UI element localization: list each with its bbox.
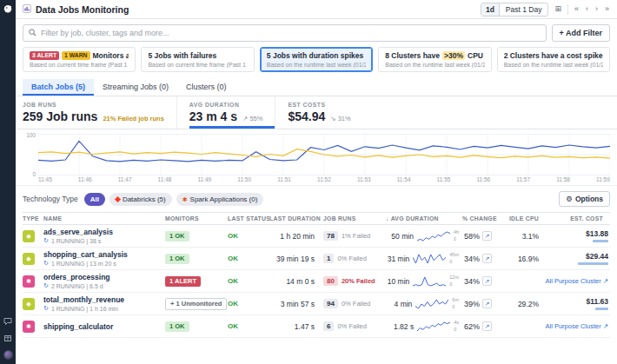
x-axis-tick: 11:52	[317, 176, 331, 182]
last-page-icon[interactable]: »	[604, 5, 610, 13]
card-cpu-usage[interactable]: 8 Clusters have >30% CPU usage Based on …	[378, 47, 491, 72]
job-name-link[interactable]: ads_serve_analysis	[43, 228, 162, 236]
view-toggle-icon[interactable]: ⊞	[554, 5, 562, 13]
avg-duration-value: 23 m 4 s	[189, 109, 237, 123]
datadog-logo-icon[interactable]	[3, 4, 12, 13]
job-name-link[interactable]: total_monthly_revenue	[43, 295, 162, 304]
est-cost: $13.88	[586, 229, 608, 238]
idle-cpu: 29.2%	[506, 300, 546, 308]
card-subtitle: Based on current time frame (Past 1 Day)	[148, 62, 247, 68]
est-costs-value: $54.94	[288, 109, 325, 123]
x-axis-tick: 11:46	[78, 176, 92, 182]
last-duration: 1.47 s	[269, 322, 323, 331]
metric-job-runs[interactable]: JOB RUNS 259 Job runs 21% Failed job run…	[23, 96, 177, 129]
change-pct: 34%	[464, 255, 480, 263]
table-row[interactable]: ◆ ads_serve_analysis ↻1 RUNNING | 38 s 1…	[23, 225, 610, 248]
apps-cube-icon[interactable]	[3, 334, 12, 342]
failed-pct: 0% Failed	[337, 255, 366, 262]
monitor-status-pill[interactable]: 1 OK	[165, 231, 189, 242]
col-type[interactable]: TYPE	[23, 215, 43, 222]
col-avg-duration[interactable]: ↓ AVG DURATION	[386, 215, 462, 222]
running-icon: ↻	[43, 282, 49, 289]
card-title: 5 Jobs with duration spikes	[267, 51, 363, 60]
search-input[interactable]	[41, 29, 541, 37]
jobs-table: TYPE NAME MONITORS LAST STATUS LAST DURA…	[16, 212, 617, 338]
col-est-cost[interactable]: EST. COST	[546, 215, 610, 222]
card-monitors-alerting[interactable]: 3 ALERT 1 WARN Monitors alerting Based o…	[23, 47, 136, 72]
table-row[interactable]: ✱ orders_processing ↻2 RUNNING | 6.5 d 1…	[23, 270, 610, 293]
databricks-job-icon: ◆	[23, 253, 35, 265]
avg-duration: 10 min	[388, 277, 410, 286]
job-name-link[interactable]: orders_processing	[43, 273, 162, 281]
prev-page-icon[interactable]: ‹	[585, 5, 589, 13]
last-status: OK	[228, 277, 269, 285]
avg-duration: 31 min	[388, 255, 410, 263]
col-change[interactable]: % CHANGE	[462, 215, 506, 222]
first-page-icon[interactable]: «	[574, 5, 580, 13]
next-page-icon[interactable]: ›	[594, 5, 599, 13]
col-monitors[interactable]: MONITORS	[165, 215, 228, 222]
monitor-status-pill[interactable]: 1 OK	[165, 254, 189, 264]
user-avatar[interactable]	[3, 350, 13, 360]
time-range-label[interactable]: Past 1 Day	[500, 5, 548, 14]
monitor-status-pill[interactable]: 1 ALERT	[165, 276, 201, 287]
tab-clusters[interactable]: Clusters (0)	[177, 79, 236, 96]
col-name[interactable]: NAME	[43, 215, 165, 222]
job-runs-count[interactable]: 80	[323, 276, 338, 286]
monitor-status-pill[interactable]: + 1 Unmonitored	[165, 298, 227, 310]
search-box[interactable]	[23, 24, 547, 42]
last-duration: 1 h 20 min	[269, 232, 323, 241]
card-jobs-with-failures[interactable]: 5 Jobs with failures Based on current ti…	[141, 47, 254, 72]
job-runs-count[interactable]: 6	[323, 321, 334, 331]
cluster-link[interactable]: All Purpose Cluster↗	[546, 322, 609, 330]
duration-sparkline	[417, 230, 450, 242]
job-runs-count[interactable]: 94	[323, 299, 338, 308]
filter-pill-spark[interactable]: ✱ Spark Applications (0)	[176, 193, 264, 206]
left-nav	[0, 0, 16, 364]
databricks-icon	[115, 195, 121, 202]
metric-avg-duration[interactable]: AVG DURATION 23 m 4 s ↗ 55%	[189, 96, 276, 129]
trend-up-icon: ↗	[482, 299, 492, 308]
cluster-link[interactable]: All Purpose Cluster↗	[546, 277, 609, 285]
spark-app-job-icon: ✱	[23, 275, 35, 288]
job-runs-count[interactable]: 1	[323, 254, 334, 263]
x-axis-tick: 11:56	[476, 176, 490, 182]
time-preset[interactable]: 1d	[481, 3, 500, 16]
col-last-status[interactable]: LAST STATUS	[228, 215, 269, 222]
failed-pct: 1% Failed	[342, 232, 370, 240]
duration-sparkline	[413, 275, 446, 288]
card-cost-spike[interactable]: 2 Clusters have a cost spike Based on th…	[497, 47, 610, 72]
table-row[interactable]: ◆ total_monthly_revenue ↻1 RUNNING | 1 h…	[23, 293, 610, 315]
job-runs-count[interactable]: 78	[323, 231, 338, 241]
chat-icon[interactable]	[3, 317, 12, 326]
card-duration-spikes[interactable]: 5 Jobs with duration spikes Based on the…	[260, 47, 373, 72]
filter-pill-all[interactable]: All	[84, 193, 105, 206]
col-idle-cpu[interactable]: IDLE CPU	[506, 215, 546, 222]
search-icon	[29, 29, 36, 38]
metric-summary: JOB RUNS 259 Job runs 21% Failed job run…	[16, 96, 617, 129]
x-axis-tick: 11:58	[556, 176, 570, 182]
card-title: Monitors alerting	[93, 51, 129, 60]
job-name-link[interactable]: shopping_cart_analysis	[43, 250, 162, 259]
col-job-runs[interactable]: JOB RUNS	[323, 215, 386, 222]
monitor-status-pill[interactable]: 1 OK	[165, 321, 189, 332]
add-filter-button[interactable]: + Add Filter	[552, 24, 610, 42]
card-title-prefix: 8 Clusters have	[385, 51, 440, 60]
change-pct: 34%	[464, 277, 480, 286]
tab-streaming-jobs[interactable]: Streaming Jobs (0)	[94, 79, 177, 96]
tab-batch-jobs[interactable]: Batch Jobs (5)	[23, 79, 94, 96]
table-row[interactable]: ◆ shopping_cart_analysis ↻1 RUNNING | 13…	[23, 248, 610, 270]
filter-pill-databricks[interactable]: Databricks (5)	[109, 193, 172, 206]
running-info: 1 RUNNING | 1 h 16 min	[51, 306, 118, 312]
metric-est-costs[interactable]: EST COSTS $54.94 ↘ 31%	[288, 96, 362, 129]
table-row[interactable]: ✱ shipping_calculator 1 OK OK 1.47 s 60%…	[23, 315, 610, 338]
duration-sparkline	[417, 321, 450, 333]
table-header: TYPE NAME MONITORS LAST STATUS LAST DURA…	[23, 212, 610, 225]
col-last-duration[interactable]: LAST DURATION	[269, 215, 323, 222]
job-name-link[interactable]: shipping_calculator	[43, 322, 162, 331]
x-axis-tick: 11:57	[516, 176, 530, 182]
time-range-picker[interactable]: 1d Past 1 Day	[481, 3, 549, 17]
options-button[interactable]: ⚙ Options	[559, 191, 610, 207]
est-cost: $29.44	[586, 252, 608, 261]
header-divider	[567, 4, 568, 15]
